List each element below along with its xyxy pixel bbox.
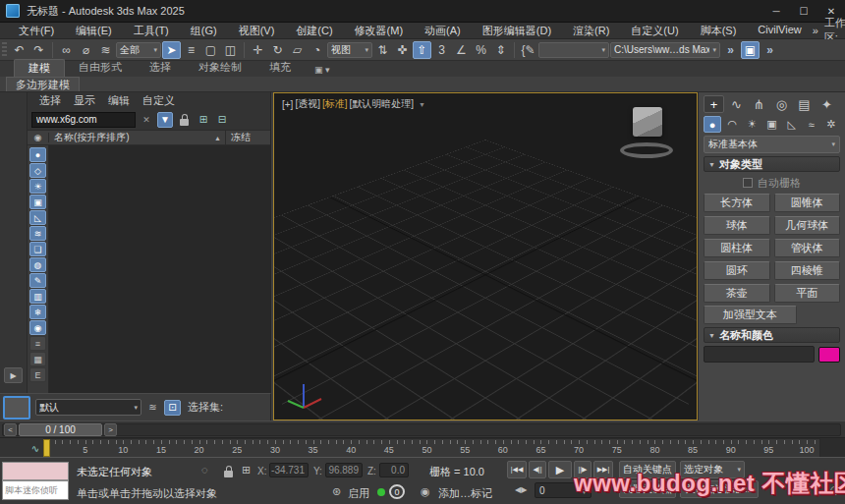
lock-explorer-icon[interactable]	[180, 119, 189, 126]
selection-region-icon[interactable]: ▢	[201, 41, 220, 59]
display-helpers-icon[interactable]: ◺	[29, 210, 46, 225]
percent-snap-icon[interactable]: %	[472, 41, 490, 59]
view-cube[interactable]	[618, 107, 679, 160]
goto-end-button[interactable]: ▶▶|	[593, 461, 613, 478]
add-time-tag[interactable]: 添加…标记	[438, 486, 492, 501]
selection-lock-icon[interactable]	[224, 471, 233, 477]
helpers-category-icon[interactable]: ◺	[783, 116, 801, 133]
menu-item-3[interactable]: 组(G)	[180, 24, 228, 38]
menu-item-1[interactable]: 编辑(E)	[65, 24, 123, 38]
object-type-rollout[interactable]: ▼ 对象类型	[704, 156, 840, 172]
object-class-dropdown[interactable]: 标准基本体 ▾	[704, 136, 840, 153]
hierarchy-tab[interactable]: ⋔	[749, 95, 769, 113]
primitive-button-9[interactable]: 平面	[774, 284, 841, 303]
set-key-button[interactable]: 设置关键点	[619, 480, 676, 498]
time-configuration-icon[interactable]: ◷	[830, 483, 840, 496]
spacewarps-category-icon[interactable]: ≈	[803, 116, 820, 133]
selection-filter-dropdown[interactable]: 全部▾	[116, 42, 161, 58]
next-frame-button[interactable]: ||▶	[574, 461, 592, 478]
sort-list-icon[interactable]: ≡	[29, 336, 46, 351]
menu-item-12[interactable]: CivilView	[747, 24, 812, 38]
mini-curve-editor-icon[interactable]: ∿	[28, 441, 42, 455]
steering-wheel-icon[interactable]: ◉	[421, 485, 430, 498]
systems-category-icon[interactable]: ✲	[822, 116, 840, 133]
unlink-selection-icon[interactable]: ⌀	[77, 41, 95, 59]
spinner-snap-icon[interactable]: ⇕	[491, 41, 510, 59]
explorer-menu-customize[interactable]: 自定义	[142, 93, 175, 108]
ribbon-panel-poly-modeling[interactable]: 多边形建模	[6, 77, 80, 91]
angle-snap-icon[interactable]: ∠	[452, 41, 471, 59]
expand-tree-icon[interactable]: ⊞	[196, 112, 211, 128]
menu-item-10[interactable]: 自定义(U)	[620, 24, 689, 38]
macro-recorder-field[interactable]	[2, 462, 69, 480]
utilities-tab[interactable]: ✦	[817, 95, 837, 113]
object-color-swatch[interactable]	[818, 347, 840, 363]
menu-overflow-chevron[interactable]: »	[813, 25, 818, 36]
clear-search-icon[interactable]: ✕	[139, 112, 154, 128]
explorer-menu-select[interactable]: 选择	[39, 93, 61, 108]
viewport-menu-general[interactable]: [+]	[282, 99, 293, 110]
primitive-button-8[interactable]: 茶壶	[704, 284, 770, 303]
selection-set-dropdown[interactable]: 选定对象 ▾	[680, 461, 745, 478]
visibility-column-icon[interactable]: ◉	[28, 133, 49, 142]
select-manipulate-icon[interactable]: ✜	[393, 41, 412, 59]
explorer-mode-icon[interactable]: ⊡	[164, 400, 181, 416]
primitive-button-2[interactable]: 球体	[704, 216, 770, 235]
autogrid-checkbox[interactable]	[743, 178, 753, 188]
undo-icon[interactable]: ↶	[10, 41, 28, 59]
motion-tab[interactable]: ◎	[771, 95, 792, 113]
previous-frame-arrow[interactable]: <	[4, 423, 17, 436]
bind-spacewarp-icon[interactable]: ≋	[96, 41, 115, 59]
menu-item-6[interactable]: 修改器(M)	[344, 24, 415, 38]
ribbon-tab-2[interactable]: 选择	[136, 59, 185, 77]
open-panel-button[interactable]: ▶	[4, 367, 23, 383]
primitive-button-0[interactable]: 长方体	[704, 194, 770, 212]
z-coordinate-field[interactable]: 0.0	[379, 463, 409, 477]
ribbon-tab-1[interactable]: 自由形式	[65, 59, 136, 77]
ribbon-toggle-icon[interactable]: ▣ ▾	[314, 65, 330, 77]
collapse-tree-icon[interactable]: ⊟	[214, 112, 230, 128]
display-containers-icon[interactable]: ▥	[29, 289, 46, 304]
animation-mode-icon[interactable]: ⊛	[332, 485, 341, 498]
menu-item-8[interactable]: 图形编辑器(D)	[472, 24, 562, 38]
select-rotate-icon[interactable]: ↻	[268, 41, 287, 59]
primitive-button-3[interactable]: 几何球体	[774, 216, 841, 235]
primitive-button-4[interactable]: 圆柱体	[704, 239, 770, 257]
absolute-offset-icon[interactable]: ⊞	[242, 464, 251, 476]
current-frame-marker[interactable]	[43, 439, 50, 457]
lights-category-icon[interactable]: ☀	[743, 116, 760, 133]
geometry-category-icon[interactable]: ●	[704, 116, 721, 133]
primitive-button-5[interactable]: 管状体	[774, 239, 841, 257]
viewport-menu-pov[interactable]: [透视]	[295, 97, 320, 111]
select-object-icon[interactable]: ➤	[162, 41, 181, 59]
select-move-icon[interactable]: ✛	[249, 41, 267, 59]
time-slider-track[interactable]	[2, 423, 841, 436]
edit-named-selections-icon[interactable]: {✎	[519, 41, 537, 59]
text-plus-button[interactable]: 加强型文本	[704, 306, 797, 324]
menu-item-9[interactable]: 渲染(R)	[562, 24, 620, 38]
display-lights-icon[interactable]: ☀	[29, 179, 46, 194]
previous-frame-button[interactable]: ◀||	[529, 461, 546, 478]
display-geometry-icon[interactable]: ●	[29, 147, 46, 162]
shapes-category-icon[interactable]: ◠	[723, 116, 741, 133]
redo-icon[interactable]: ↷	[29, 41, 48, 59]
trackbar-ruler[interactable]: 0510152025303540455055606570758085909510…	[43, 438, 820, 458]
display-xrefs-icon[interactable]: ◍	[29, 257, 46, 272]
toolbar-overflow-chevron[interactable]: »	[721, 41, 740, 59]
cameras-category-icon[interactable]: ▣	[762, 116, 780, 133]
key-mode-toggle-icon[interactable]: ◀▶	[515, 485, 527, 494]
ribbon-tab-0[interactable]: 建模	[14, 59, 65, 77]
select-place-icon[interactable]: ◔	[308, 41, 326, 59]
ribbon-tab-4[interactable]: 填充	[255, 59, 305, 77]
select-scale-icon[interactable]: ▱	[288, 41, 307, 59]
viewport-menu-shading[interactable]: [默认明暗处理]	[350, 97, 415, 111]
modify-tab[interactable]: ∿	[726, 95, 747, 113]
primitive-button-6[interactable]: 圆环	[704, 261, 770, 280]
toolbar-overflow-chevron-2[interactable]: »	[760, 41, 779, 59]
window-crossing-icon[interactable]: ◫	[221, 41, 240, 59]
display-hidden-icon[interactable]: ◉	[29, 320, 46, 335]
explorer-menu-edit[interactable]: 编辑	[108, 93, 130, 108]
frozen-column-header[interactable]: 冻结	[225, 131, 270, 144]
display-spacewarps-icon[interactable]: ≋	[29, 226, 46, 241]
display-shapes-icon[interactable]: ◇	[29, 163, 46, 178]
